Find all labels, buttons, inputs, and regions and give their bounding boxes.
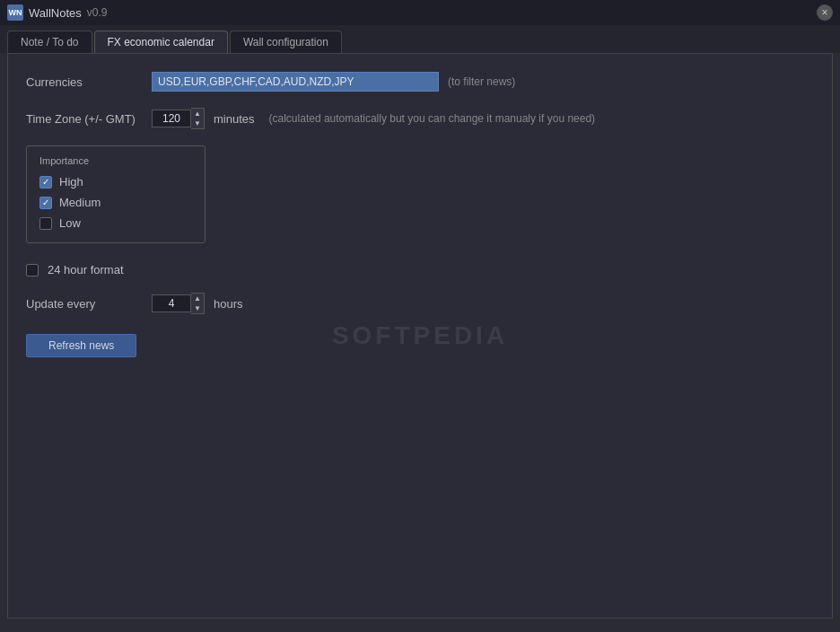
app-logo: WN [7,4,23,21]
importance-group: Importance High Medium Low [26,145,206,243]
currencies-label: Currencies [26,75,143,89]
hour-format-row: 24 hour format [26,263,814,276]
titlebar: WN WallNotes v0.9 × [0,0,840,25]
timezone-spinner-buttons: ▲ ▼ [191,108,205,129]
update-input[interactable] [152,294,191,312]
hour-format-label: 24 hour format [48,263,124,276]
importance-high-row: High [39,175,192,189]
importance-medium-label: Medium [59,196,101,209]
timezone-input[interactable] [152,110,191,127]
importance-low-checkbox[interactable] [39,217,52,230]
refresh-news-button[interactable]: Refresh news [26,334,136,357]
update-every-row: Update every ▲ ▼ hours [26,293,814,314]
refresh-row: Refresh news [26,334,814,357]
currencies-input[interactable] [152,72,439,92]
timezone-label: Time Zone (+/- GMT) [26,112,143,126]
timezone-row: Time Zone (+/- GMT) ▲ ▼ minutes (calcula… [26,108,814,129]
timezone-unit: minutes [214,112,255,126]
importance-low-row: Low [39,216,192,230]
importance-medium-checkbox[interactable] [39,197,52,209]
tab-note-todo[interactable]: Note / To do [7,31,92,53]
currencies-hint: (to filter news) [448,75,515,88]
importance-high-checkbox[interactable] [39,176,52,189]
update-unit: hours [214,297,243,311]
importance-legend: Importance [39,155,192,166]
update-increment[interactable]: ▲ [191,294,204,303]
update-spinner-buttons: ▲ ▼ [191,293,205,314]
tabs-bar: Note / To do FX economic calendar Wall c… [0,25,840,53]
timezone-spinner: ▲ ▼ [152,108,205,129]
close-button[interactable]: × [817,4,833,21]
content-area: SOFTPEDIA Currencies (to filter news) Ti… [7,53,833,619]
currencies-row: Currencies (to filter news) [26,72,814,92]
update-spinner: ▲ ▼ [152,293,205,314]
app-version: v0.9 [87,6,108,19]
app-name: WallNotes [29,6,82,20]
update-decrement[interactable]: ▼ [191,303,204,313]
hour-format-checkbox[interactable] [26,264,39,276]
timezone-increment[interactable]: ▲ [191,109,204,118]
importance-low-label: Low [59,216,81,230]
titlebar-left: WN WallNotes v0.9 [7,4,107,21]
importance-medium-row: Medium [39,196,192,209]
timezone-note: (calculated automatically but you can ch… [269,112,596,125]
update-label: Update every [26,297,143,311]
timezone-decrement[interactable]: ▼ [191,118,204,128]
tab-fx-calendar[interactable]: FX economic calendar [94,31,228,53]
importance-high-label: High [59,175,83,189]
tab-wall-config[interactable]: Wall configuration [230,31,342,53]
